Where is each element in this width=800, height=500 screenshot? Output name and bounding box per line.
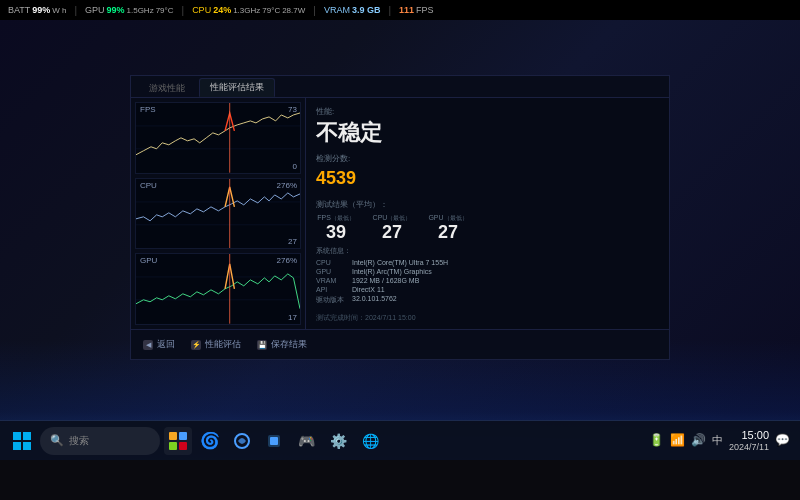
- gpu-graph-label: GPU: [140, 256, 157, 265]
- svg-rect-18: [169, 442, 177, 450]
- metrics-headers: FPS（最低） 39 CPU（最低） 27 GPU（最低）: [316, 214, 659, 241]
- fps-value: 111: [399, 5, 414, 15]
- fps-graph-max: 73: [288, 105, 297, 114]
- tab-results[interactable]: 性能评估结果: [199, 78, 275, 97]
- eval-button[interactable]: ⚡ 性能评估: [191, 338, 241, 351]
- main-area: 游戏性能 性能评估结果 FPS 73 0: [0, 20, 800, 460]
- vram-label: VRAM: [324, 5, 350, 15]
- cpu-percent: 24%: [213, 5, 231, 15]
- sys-api-val: DirectX 11: [352, 286, 385, 293]
- cpu-status-label: CPU: [192, 5, 211, 15]
- battery-icon: 🔋: [649, 433, 664, 447]
- results-panel: 性能: 不稳定 检测分数: 4539 测试结果（平均）： FPS（最低） 39: [306, 98, 669, 329]
- sys-vram-key: VRAM: [316, 277, 346, 284]
- sys-gpu-key: GPU: [316, 268, 346, 275]
- fps-metric-val: 39: [316, 223, 356, 241]
- sys-drv-row: 驱动版本 32.0.101.5762: [316, 295, 659, 305]
- fps-graph: FPS 73 0: [135, 102, 301, 174]
- svg-rect-12: [13, 432, 21, 440]
- cpu-graph-max: 276%: [277, 181, 297, 190]
- taskbar-app2[interactable]: [260, 427, 288, 455]
- sys-api-row: API DirectX 11: [316, 286, 659, 293]
- cpu-graph: CPU 276% 27: [135, 178, 301, 250]
- sys-gpu-row: GPU Intel(R) Arc(TM) Graphics: [316, 268, 659, 275]
- taskbar-app5[interactable]: 🌐: [356, 427, 384, 455]
- gpu-freq: 1.5GHz: [127, 6, 154, 15]
- taskbar-app1[interactable]: [228, 427, 256, 455]
- metrics-label: 测试结果（平均）：: [316, 199, 659, 210]
- gpu-metric-val: 27: [428, 223, 468, 241]
- cpu-temp: 79°C: [262, 6, 280, 15]
- score-value: 4539: [316, 168, 659, 189]
- sys-vram-val: 1922 MB / 1628G MB: [352, 277, 419, 284]
- svg-rect-0: [136, 103, 300, 173]
- batt-value: 99%: [32, 5, 50, 15]
- cpu-metric-val: 27: [372, 223, 412, 241]
- back-icon: ◀: [143, 340, 153, 350]
- tab-bar: 游戏性能 性能评估结果: [131, 76, 669, 98]
- fps-graph-svg: [136, 103, 300, 173]
- taskbar-right: 🔋 📶 🔊 中 15:00 2024/7/11 💬: [649, 429, 800, 453]
- cpu-graph-label: CPU: [140, 181, 157, 190]
- search-box[interactable]: 🔍 搜索: [40, 427, 160, 455]
- wifi-icon: 📶: [670, 433, 685, 447]
- content-area: FPS 73 0: [131, 98, 669, 329]
- fps-graph-label: FPS: [140, 105, 156, 114]
- search-icon: 🔍: [50, 434, 64, 447]
- clock-date: 2024/7/11: [729, 442, 769, 453]
- taskbar-edge[interactable]: 🌀: [196, 427, 224, 455]
- sys-info-label: 系统信息：: [316, 246, 659, 256]
- fps-label: FPS: [416, 5, 434, 15]
- taskbar-explorer[interactable]: [164, 427, 192, 455]
- batt-label: BATT: [8, 5, 30, 15]
- gpu-graph: GPU 276% 17: [135, 253, 301, 325]
- svg-rect-16: [169, 432, 177, 440]
- search-label: 搜索: [69, 434, 89, 448]
- stability-rating: 不稳定: [316, 121, 659, 145]
- sys-cpu-row: CPU Intel(R) Core(TM) Ultra 7 155H: [316, 259, 659, 266]
- eval-icon: ⚡: [191, 340, 201, 350]
- app-window: 游戏性能 性能评估结果 FPS 73 0: [130, 75, 670, 360]
- gpu-status-label: GPU: [85, 5, 105, 15]
- svg-rect-8: [136, 254, 300, 324]
- clock[interactable]: 15:00 2024/7/11: [729, 429, 769, 453]
- tab-gameplay[interactable]: 游戏性能: [139, 80, 195, 97]
- save-button[interactable]: 💾 保存结果: [257, 338, 307, 351]
- sys-api-key: API: [316, 286, 346, 293]
- taskbar-app3[interactable]: 🎮: [292, 427, 320, 455]
- clock-time: 15:00: [729, 429, 769, 442]
- save-icon: 💾: [257, 340, 267, 350]
- cpu-freq: 1.3GHz: [233, 6, 260, 15]
- notification-icon[interactable]: 💬: [775, 433, 790, 447]
- status-bar: BATT 99% W h | GPU 99% 1.5GHz 79°C | CPU…: [0, 0, 800, 20]
- cpu-power: 28.7W: [282, 6, 305, 15]
- volume-icon: 🔊: [691, 433, 706, 447]
- svg-rect-4: [136, 179, 300, 249]
- taskbar: 🔍 搜索 🌀: [0, 420, 800, 460]
- cpu-graph-svg: [136, 179, 300, 249]
- button-bar: ◀ 返回 ⚡ 性能评估 💾 保存结果: [131, 329, 669, 359]
- vram-value: 3.9 GB: [352, 5, 381, 15]
- sys-cpu-val: Intel(R) Core(TM) Ultra 7 155H: [352, 259, 448, 266]
- batt-suffix: h: [62, 6, 66, 15]
- gpu-graph-max: 276%: [277, 256, 297, 265]
- start-button[interactable]: [8, 427, 36, 455]
- svg-rect-19: [179, 442, 187, 450]
- back-button[interactable]: ◀ 返回: [143, 338, 175, 351]
- svg-rect-13: [23, 432, 31, 440]
- sys-drv-val: 32.0.101.5762: [352, 295, 397, 305]
- taskbar-left: 🔍 搜索 🌀: [0, 427, 649, 455]
- cpu-graph-min: 27: [288, 237, 297, 246]
- gpu-graph-min: 17: [288, 313, 297, 322]
- gpu-temp: 79°C: [156, 6, 174, 15]
- gpu-graph-svg: [136, 254, 300, 324]
- taskbar-app4[interactable]: ⚙️: [324, 427, 352, 455]
- language-indicator[interactable]: 中: [712, 433, 723, 448]
- graphs-panel: FPS 73 0: [131, 98, 306, 329]
- gpu-percent: 99%: [107, 5, 125, 15]
- score-label: 检测分数:: [316, 153, 659, 164]
- batt-unit: W: [52, 6, 60, 15]
- svg-rect-15: [23, 442, 31, 450]
- svg-rect-22: [270, 437, 278, 445]
- svg-rect-17: [179, 432, 187, 440]
